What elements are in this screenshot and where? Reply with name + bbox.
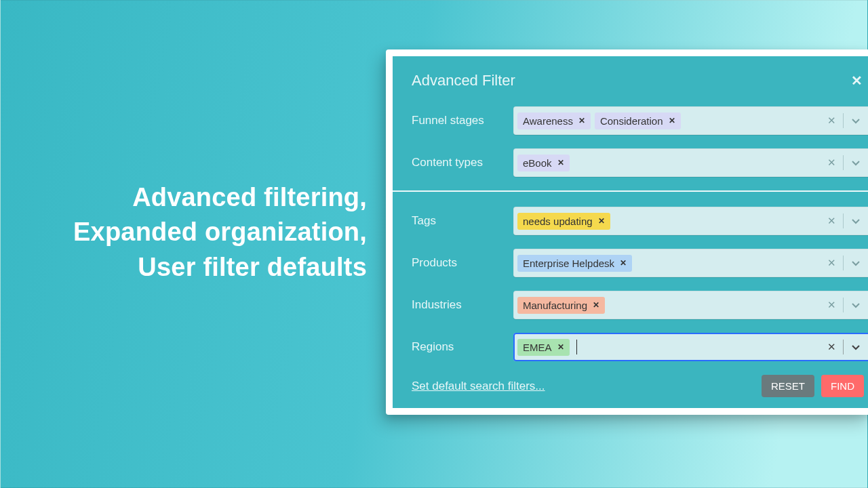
chip-enterprise-helpdesk: Enterprise Helpdesk ✕ [517,255,632,272]
filter-panel: Advanced Filter ✕ Funnel stages Awarenes… [393,56,868,408]
chevron-down-icon[interactable] [850,216,861,226]
chip-label: Awareness [523,115,573,127]
select-tags[interactable]: needs updating ✕ ✕ [513,207,868,235]
chip-manufacturing: Manufacturing ✕ [517,297,605,314]
select-content-types[interactable]: eBook ✕ ✕ [513,148,868,177]
separator [843,155,844,170]
chip-awareness: Awareness ✕ [517,113,591,129]
select-controls: ✕ [827,340,867,354]
panel-title: Advanced Filter [412,72,515,89]
select-controls: ✕ [827,214,867,228]
chevron-down-icon[interactable] [850,300,861,310]
chevron-down-icon[interactable] [850,258,861,268]
label-content-types: Content types [412,156,513,169]
filter-panel-frame: Advanced Filter ✕ Funnel stages Awarenes… [386,49,868,415]
select-controls: ✕ [827,298,867,312]
chip-remove-icon[interactable]: ✕ [669,116,675,125]
chip-emea: EMEA ✕ [517,339,570,356]
chip-ebook: eBook ✕ [517,155,570,171]
chevron-down-icon[interactable] [850,115,861,126]
select-regions[interactable]: EMEA ✕ ✕ [513,333,868,361]
chip-remove-icon[interactable]: ✕ [578,116,585,125]
find-button[interactable]: FIND [821,375,864,397]
label-funnel-stages: Funnel stages [412,114,513,127]
clear-icon[interactable]: ✕ [827,215,836,227]
panel-footer: Set default search filters... RESET FIND [412,375,868,397]
chip-needs-updating: needs updating ✕ [517,213,610,230]
row-regions: Regions EMEA ✕ ✕ [412,333,868,361]
reset-button[interactable]: RESET [762,375,814,397]
headline-line-3: User filter defaults [48,250,367,285]
headline-line-2: Expanded organization, [48,215,367,249]
chip-label: EMEA [523,342,552,353]
row-industries: Industries Manufacturing ✕ ✕ [412,291,868,319]
row-funnel-stages: Funnel stages Awareness ✕ Consideration … [412,106,868,135]
chevron-down-icon[interactable] [850,342,861,352]
row-content-types: Content types eBook ✕ ✕ [412,148,868,177]
separator [843,298,844,312]
chip-remove-icon[interactable]: ✕ [557,342,564,352]
headline: Advanced filtering, Expanded organizatio… [48,180,367,285]
label-regions: Regions [412,340,513,354]
chevron-down-icon[interactable] [850,157,861,168]
clear-icon[interactable]: ✕ [827,115,836,127]
chip-remove-icon[interactable]: ✕ [593,300,599,310]
clear-icon[interactable]: ✕ [827,257,836,269]
clear-icon[interactable]: ✕ [827,157,836,169]
clear-icon[interactable]: ✕ [827,341,836,353]
separator [843,340,844,354]
set-default-filters-link[interactable]: Set default search filters... [412,380,545,393]
text-cursor [576,340,577,354]
select-industries[interactable]: Manufacturing ✕ ✕ [513,291,868,319]
label-tags: Tags [412,214,513,228]
chip-remove-icon[interactable]: ✕ [557,158,564,167]
chip-remove-icon[interactable]: ✕ [620,258,627,268]
row-products: Products Enterprise Helpdesk ✕ ✕ [412,249,868,277]
divider [393,190,868,192]
separator [843,214,844,228]
stage: Advanced filtering, Expanded organizatio… [0,0,868,488]
chip-remove-icon[interactable]: ✕ [598,216,605,226]
chip-label: Enterprise Helpdesk [523,258,614,269]
chip-label: Consideration [600,115,663,127]
select-products[interactable]: Enterprise Helpdesk ✕ ✕ [513,249,868,277]
close-icon[interactable]: ✕ [846,70,868,92]
select-controls: ✕ [827,256,867,270]
chip-consideration: Consideration ✕ [595,113,681,129]
chip-label: eBook [523,157,552,169]
chip-label: Manufacturing [523,300,587,311]
label-products: Products [412,256,513,270]
select-controls: ✕ [827,113,867,128]
panel-header: Advanced Filter ✕ [412,70,868,92]
select-controls: ✕ [827,155,867,170]
row-tags: Tags needs updating ✕ ✕ [412,207,868,235]
chip-label: needs updating [523,216,593,227]
headline-line-1: Advanced filtering, [48,180,367,215]
clear-icon[interactable]: ✕ [827,299,836,311]
separator [843,256,844,270]
select-funnel-stages[interactable]: Awareness ✕ Consideration ✕ ✕ [513,106,868,135]
label-industries: Industries [412,298,513,312]
separator [843,113,844,128]
